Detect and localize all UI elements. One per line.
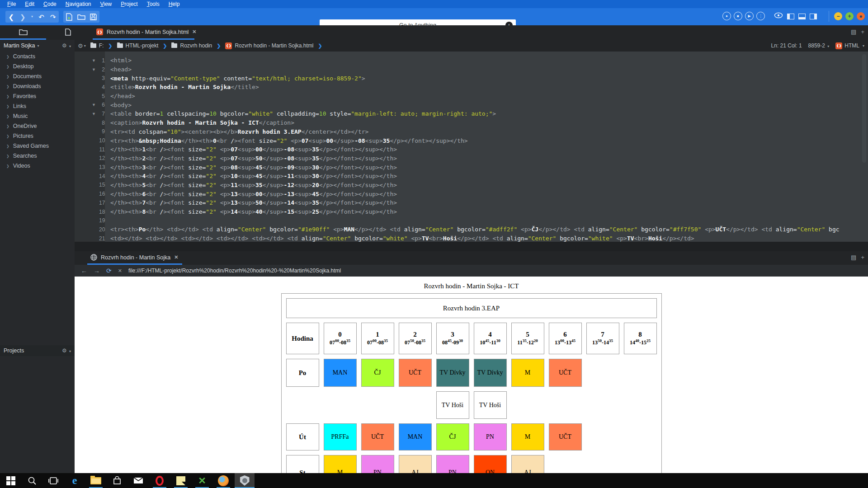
fold-arrow-icon[interactable]: ▼	[92, 112, 99, 116]
expand-chevron-icon[interactable]: ❯	[6, 84, 9, 89]
editor-gear-icon[interactable]: ⚙	[78, 42, 83, 49]
language-dropdown[interactable]: ❰❱ HTML ▾	[835, 42, 864, 49]
expand-chevron-icon[interactable]: ❯	[6, 124, 9, 128]
menu-file[interactable]: File	[4, 1, 19, 7]
undo-button[interactable]: ↶	[37, 12, 46, 22]
menu-code[interactable]: Code	[40, 1, 60, 7]
breadcrumb-item[interactable]: Rozvrh hodin	[171, 42, 212, 49]
menu-project[interactable]: Project	[117, 1, 141, 7]
sidebar-item-searches[interactable]: ❯Searches	[0, 151, 75, 161]
macro-play-icon[interactable]: ▶	[745, 12, 754, 20]
taskbar-edge-button[interactable]: e	[65, 473, 85, 488]
tab-close-icon[interactable]: ✕	[192, 29, 196, 35]
breadcrumb-item[interactable]: ❮❯Rozvrh hodin - Martin Sojka.html	[225, 42, 313, 49]
expand-chevron-icon[interactable]: ❯	[6, 94, 9, 99]
preview-list-icon[interactable]: ▤	[851, 254, 856, 261]
explorer-icon	[90, 477, 101, 484]
preview-tab[interactable]: Rozvrh hodin - Martin Sojka ✕	[90, 251, 178, 263]
fold-arrow-icon[interactable]: ▼	[92, 58, 99, 63]
taskbar-start-button[interactable]	[1, 473, 21, 488]
code-line: 16</th><th>6<br /><font size="2" <p>13<s…	[75, 189, 868, 198]
taskbar-store-button[interactable]	[107, 473, 127, 488]
open-folder-icon[interactable]	[77, 12, 86, 22]
fold-arrow-icon[interactable]: ▼	[92, 103, 99, 107]
taskbar-mail-button[interactable]	[128, 473, 148, 488]
back-button[interactable]: ❮	[7, 12, 16, 22]
expand-chevron-icon[interactable]: ❯	[6, 144, 9, 148]
save-icon[interactable]	[89, 12, 98, 22]
taskbar-opera-button[interactable]	[150, 473, 170, 488]
komodo-icon	[240, 475, 250, 486]
tab-list-icon[interactable]: ▤	[851, 28, 856, 35]
new-tab-icon[interactable]: +	[861, 28, 864, 35]
taskbar-green-x-app-button[interactable]: ✕	[192, 473, 212, 488]
expand-chevron-icon[interactable]: ❯	[6, 114, 9, 118]
expand-chevron-icon[interactable]: ❯	[6, 134, 9, 138]
preview-eye-icon[interactable]	[774, 12, 783, 20]
forward-button[interactable]: ❯	[18, 12, 27, 22]
preview-back-icon[interactable]: ←	[81, 267, 87, 274]
sidebar-item-videos[interactable]: ❯Videos	[0, 161, 75, 171]
preview-stop-icon[interactable]: ✕	[118, 268, 122, 273]
history-dropdown-icon[interactable]: ▾	[30, 12, 34, 22]
expand-chevron-icon[interactable]: ❯	[6, 65, 9, 69]
pane-splitter[interactable]	[75, 242, 868, 251]
projects-gear-icon[interactable]: ⚙ ▾	[62, 347, 71, 354]
preview-tab-close-icon[interactable]: ✕	[174, 254, 178, 260]
sidebar-item-desktop[interactable]: ❯Desktop	[0, 61, 75, 71]
macro-stop-icon[interactable]: ■	[734, 12, 742, 20]
menu-tools[interactable]: Tools	[143, 1, 163, 7]
expand-chevron-icon[interactable]: ❯	[6, 104, 9, 108]
toggle-right-pane-icon[interactable]	[810, 14, 817, 19]
sidebar-item-music[interactable]: ❯Music	[0, 111, 75, 121]
taskbar-firefox-button[interactable]	[213, 473, 233, 488]
menu-edit[interactable]: Edit	[21, 1, 38, 7]
preview-forward-icon[interactable]: →	[94, 267, 100, 274]
add-circle-icon[interactable]: +	[845, 12, 854, 20]
expand-chevron-icon[interactable]: ❯	[6, 75, 9, 79]
menu-view[interactable]: View	[96, 1, 115, 7]
preview-page: Rozvrh hodin - Martin Sojka - ICT Rozvrh…	[75, 277, 868, 473]
sidebar-item-downloads[interactable]: ❯Downloads	[0, 81, 75, 91]
preview-reload-icon[interactable]: ⟳	[106, 267, 112, 274]
sidebar-item-favorites[interactable]: ❯Favorites	[0, 91, 75, 101]
sidebar-item-pictures[interactable]: ❯Pictures	[0, 131, 75, 141]
taskbar-taskview-button[interactable]	[43, 473, 63, 488]
sidebar-item-saved-games[interactable]: ❯Saved Games	[0, 141, 75, 151]
tab-editor-file[interactable]: ❰❱ Rozvrh hodin - Martin Sojka.html ✕	[93, 25, 194, 38]
taskbar-sticky-notes-button[interactable]	[171, 473, 191, 488]
expand-chevron-icon[interactable]: ❯	[6, 164, 9, 168]
taskbar-explorer-button[interactable]	[86, 473, 106, 488]
minimize-circle-icon[interactable]: −	[834, 12, 842, 20]
expand-chevron-icon[interactable]: ❯	[6, 55, 9, 59]
macro-list-icon[interactable]: ⋮	[756, 12, 765, 20]
toggle-left-pane-icon[interactable]	[787, 14, 794, 19]
sidebar-item-links[interactable]: ❯Links	[0, 101, 75, 111]
places-gear-icon[interactable]: ⚙ ▾	[62, 42, 71, 49]
tab-open-files[interactable]	[50, 25, 86, 38]
sidebar-item-documents[interactable]: ❯Documents	[0, 71, 75, 81]
expand-chevron-icon[interactable]: ❯	[6, 154, 9, 158]
breadcrumb-item[interactable]: HTML-projekt	[117, 42, 159, 49]
toggle-bottom-pane-icon[interactable]	[798, 14, 806, 19]
projects-header[interactable]: Projects ⚙ ▾	[0, 345, 75, 356]
macro-record-icon[interactable]: ●	[722, 12, 731, 20]
sidebar-item-onedrive[interactable]: ❯OneDrive	[0, 121, 75, 131]
places-header[interactable]: Martin Sojka ▾ ⚙ ▾	[0, 40, 75, 52]
preview-url-field[interactable]: file:///F:/HTML-projekt/Rozvrh%20hodin/R…	[128, 267, 341, 274]
fold-arrow-icon[interactable]: ▼	[92, 67, 99, 72]
encoding-dropdown[interactable]: 8859-2 ▾	[808, 42, 830, 49]
taskbar-search-button[interactable]	[22, 473, 42, 488]
sidebar-item-contacts[interactable]: ❯Contacts	[0, 52, 75, 61]
preview-new-tab-icon[interactable]: +	[861, 254, 864, 261]
new-file-icon[interactable]	[65, 12, 74, 22]
komodo-menu-icon[interactable]: ●	[857, 12, 865, 20]
taskbar-komodo-button[interactable]	[235, 473, 255, 488]
breadcrumb-item[interactable]: F:	[90, 42, 104, 49]
tab-places[interactable]	[0, 25, 46, 38]
editor-scrollbar[interactable]	[862, 54, 866, 163]
redo-button[interactable]: ↷	[48, 12, 57, 22]
menu-navigation[interactable]: Navigation	[62, 1, 95, 7]
menu-help[interactable]: Help	[165, 1, 184, 7]
code-editor[interactable]: ▼1<html>▼2<head>3<meta http-equiv="Conte…	[75, 52, 868, 242]
